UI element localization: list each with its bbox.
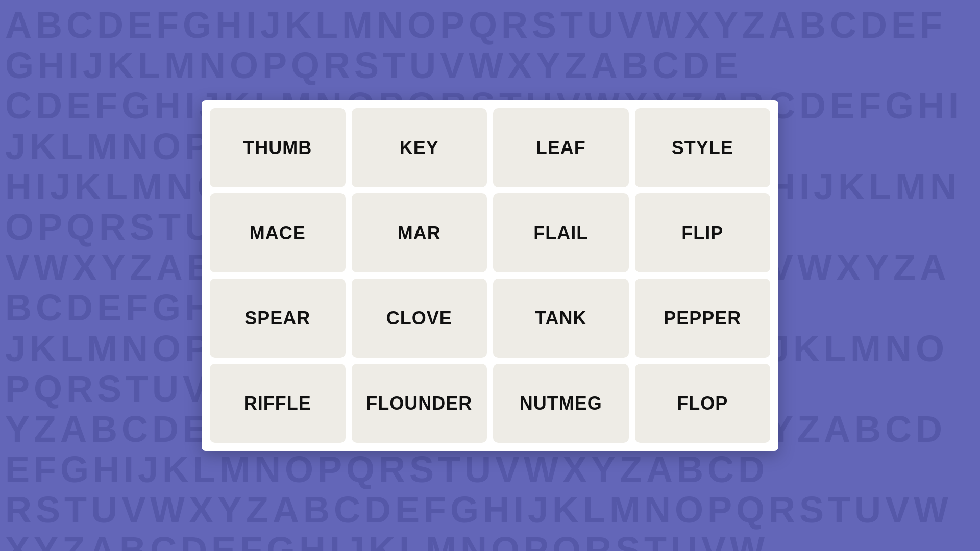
grid-cell-0[interactable]: THUMB — [210, 108, 346, 187]
grid-cell-12[interactable]: RIFFLE — [210, 364, 346, 443]
cell-label-12: RIFFLE — [244, 393, 311, 414]
grid-cell-5[interactable]: MAR — [352, 193, 487, 272]
cell-label-1: KEY — [400, 137, 439, 159]
grid-cell-1[interactable]: KEY — [352, 108, 487, 187]
cell-label-0: THUMB — [243, 137, 312, 159]
cell-label-5: MAR — [398, 222, 441, 244]
grid-cell-8[interactable]: SPEAR — [210, 279, 346, 358]
grid-cell-2[interactable]: LEAF — [493, 108, 629, 187]
cell-label-8: SPEAR — [244, 308, 310, 329]
card-panel: THUMBKEYLEAFSTYLEMACEMARFLAILFLIPSPEARCL… — [202, 100, 778, 451]
grid-cell-7[interactable]: FLIP — [635, 193, 771, 272]
cell-label-4: MACE — [250, 222, 306, 244]
cell-label-3: STYLE — [672, 137, 733, 159]
grid-cell-13[interactable]: FLOUNDER — [352, 364, 487, 443]
cell-label-6: FLAIL — [533, 222, 588, 244]
cell-label-10: TANK — [535, 308, 586, 329]
cell-label-14: NUTMEG — [520, 393, 602, 414]
grid-cell-4[interactable]: MACE — [210, 193, 346, 272]
cell-label-15: FLOP — [677, 393, 728, 414]
cell-label-9: CLOVE — [386, 308, 452, 329]
grid-cell-9[interactable]: CLOVE — [352, 279, 487, 358]
grid-cell-15[interactable]: FLOP — [635, 364, 771, 443]
cell-label-2: LEAF — [536, 137, 586, 159]
grid-cell-14[interactable]: NUTMEG — [493, 364, 629, 443]
cell-label-13: FLOUNDER — [366, 393, 472, 414]
cell-label-11: PEPPER — [664, 308, 741, 329]
grid-cell-10[interactable]: TANK — [493, 279, 629, 358]
cell-label-7: FLIP — [681, 222, 723, 244]
word-grid: THUMBKEYLEAFSTYLEMACEMARFLAILFLIPSPEARCL… — [210, 108, 770, 443]
grid-cell-11[interactable]: PEPPER — [635, 279, 771, 358]
grid-cell-3[interactable]: STYLE — [635, 108, 771, 187]
grid-cell-6[interactable]: FLAIL — [493, 193, 629, 272]
